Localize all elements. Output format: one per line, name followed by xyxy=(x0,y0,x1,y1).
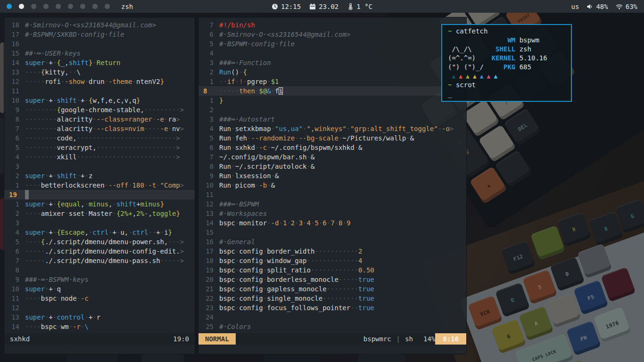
workspace-dot-empty[interactable] xyxy=(105,4,110,9)
line-number: 21 xyxy=(198,284,219,294)
line-number: 15 xyxy=(198,228,219,237)
line-number: 1 xyxy=(198,96,219,105)
temperature-module[interactable]: 1 °C xyxy=(347,3,372,10)
code-line: 20bspc·config·borderless_monocle·····tru… xyxy=(198,275,466,284)
line-number: 2 xyxy=(198,67,219,77)
code-line: 1····betterlockscreen·--off·180·-t·"Comp… xyxy=(4,181,195,190)
code-line: 8Run·~/.script/autolock·& xyxy=(198,162,466,171)
left-editor-buffer[interactable]: 18#·Smirnov-O·<ss2316544@gmail.com>17#·B… xyxy=(4,17,195,333)
code-line: 4Run·setxkbmap·"us,ua"·",winkeys"·"grp:a… xyxy=(198,124,466,133)
code-line: 9###·═·BSPWM·keys xyxy=(4,275,195,284)
clock-module[interactable]: 12:15 xyxy=(272,3,301,10)
right-editor-buffer[interactable]: 7#!/bin/sh6#·Smirnov-O·<ss2316544@gmail.… xyxy=(198,17,466,333)
color-flag-triangle: ▲ xyxy=(459,72,462,81)
left-editor-statusline: sxhkd 19:0 xyxy=(4,333,195,345)
line-number: 3 xyxy=(4,218,25,228)
line-number: 5 xyxy=(198,39,219,49)
code-line: 16#·General xyxy=(198,237,466,247)
workspace-dot-empty[interactable] xyxy=(68,4,73,9)
date-module[interactable]: 23.02 xyxy=(309,3,339,10)
catfetch-command: catfetch xyxy=(456,27,487,35)
left-editor-window[interactable]: 18#·Smirnov-O·<ss2316544@gmail.com>17#·B… xyxy=(4,17,195,354)
line-number: 9 xyxy=(4,105,25,115)
workspace-dot-empty[interactable] xyxy=(92,4,98,9)
line-number: 2 xyxy=(4,171,25,181)
code-line: 19bspc·config·split_ratio············0.5… xyxy=(198,265,466,275)
code-line: 13#·Workspaces xyxy=(198,209,466,218)
code-line: 8·····then·$@&·fi xyxy=(198,86,466,96)
line-number: 9 xyxy=(198,171,219,181)
scrot-command: scrot xyxy=(456,81,476,89)
workspace-dot-empty[interactable] xyxy=(43,4,49,9)
color-flag-triangle: ▲ xyxy=(487,72,491,81)
line-number: 6 xyxy=(4,133,25,143)
fetch-terminal-window[interactable]: ~ catfetch WM bspwm /\_/\SHELL zsh(=^.^=… xyxy=(441,24,572,102)
color-flag-triangle: ▲ xyxy=(494,72,497,81)
code-line: 14····bspc·wm·-r·\ xyxy=(4,322,195,331)
line-number: 4 xyxy=(198,124,219,133)
line-number: 18 xyxy=(4,20,25,30)
line-number: 18 xyxy=(198,256,219,265)
network-module[interactable]: 63% xyxy=(616,3,637,10)
code-line: 1super·+·{equal,·minus,·shift+minus} xyxy=(4,199,195,209)
line-number: 2 xyxy=(4,209,25,218)
code-line: 4 xyxy=(198,49,466,58)
line-number: 6 xyxy=(4,247,25,256)
fetch-info-block: WM bspwm /\_/\SHELL zsh(=^.^=)KERNEL 5.1… xyxy=(448,36,565,72)
statusline-scroll-percent: 14% xyxy=(423,335,435,343)
volume-icon xyxy=(586,3,593,10)
code-line: 25#·Colors xyxy=(198,322,466,331)
code-line: 5#·BSPWM·config·file xyxy=(198,39,466,49)
shell-prompt-line-2: ~ scrot xyxy=(448,81,565,90)
keyboard-layout-module[interactable]: us xyxy=(571,3,579,10)
line-number: 10 xyxy=(4,284,25,294)
desktop: ¬+BACKSPACEPRINT—RETURN/INSPAUSEDEL▲ F12… xyxy=(0,0,644,362)
volume-module[interactable]: 48% xyxy=(586,3,608,10)
code-line: 3###═·Function xyxy=(198,58,466,67)
workspace-dot-active[interactable] xyxy=(7,4,12,9)
line-number: 11 xyxy=(4,294,25,303)
code-line: 19 xyxy=(4,190,195,199)
workspace-dot-empty[interactable] xyxy=(31,4,36,9)
code-line: 3###═·Autostart xyxy=(198,115,466,124)
code-line: 4········xkill·························> xyxy=(4,152,195,162)
line-number: 3 xyxy=(4,162,25,171)
line-number: 12 xyxy=(198,199,219,209)
line-number: 16 xyxy=(4,39,25,49)
line-number: 1 xyxy=(198,77,219,86)
code-line: 22bspc·config·single_monocle·········tru… xyxy=(198,294,466,303)
code-line: 2Run()·{ xyxy=(198,67,466,77)
focused-window-title: zsh xyxy=(121,3,133,10)
line-number: 7 xyxy=(198,152,219,162)
shell-prompt-line: ~ catfetch xyxy=(448,27,565,36)
statusline-position-badge: 8:16 xyxy=(435,333,466,345)
line-number: 11 xyxy=(198,190,219,199)
code-line: 16 xyxy=(4,39,195,49)
line-number: 6 xyxy=(198,143,219,152)
code-line: 1} xyxy=(198,96,466,105)
code-line: 15##·═·USER·keys xyxy=(4,49,195,58)
code-line: 12###═·BSPWM xyxy=(198,199,466,209)
code-line: 7········alacritty·--class=nvim····-e·nv… xyxy=(4,124,195,133)
network-text: 63% xyxy=(626,3,637,10)
workspace-dot-occupied[interactable] xyxy=(19,4,24,9)
right-editor-window[interactable]: 7#!/bin/sh6#·Smirnov-O·<ss2316544@gmail.… xyxy=(198,17,467,354)
code-line: 6········code,·························> xyxy=(4,133,195,143)
line-number: 3 xyxy=(198,115,219,124)
code-line: 12·····rofi·-show·drun·-theme·ntenV2} xyxy=(4,77,195,86)
workspace-dot-empty[interactable] xyxy=(80,4,85,9)
right-editor-statusline: NORMAL bspwmrc | sh 14% 8:16 xyxy=(198,333,466,345)
code-line: 6#·Smirnov-O·<ss2316544@gmail.com> xyxy=(198,30,466,39)
volume-text: 48% xyxy=(596,3,608,10)
code-line: 17bspc·config·border_width···········2 xyxy=(198,247,466,256)
line-number: 20 xyxy=(198,275,219,284)
color-flag-triangle: ▲ xyxy=(466,72,470,81)
bar-center-modules: 12:15 23.02 1 °C xyxy=(272,3,372,10)
statusline-position: 19:0 xyxy=(173,335,189,343)
code-line: 3 xyxy=(4,218,195,228)
code-line: 5········veracrypt,····················> xyxy=(4,143,195,152)
line-number: 7 xyxy=(198,20,219,30)
code-line: 7·····./.script/dmenu/dmenu-pass.sh·····… xyxy=(4,256,195,265)
statusline-filename: bspwmrc xyxy=(363,335,391,343)
workspace-dot-empty[interactable] xyxy=(56,4,61,9)
